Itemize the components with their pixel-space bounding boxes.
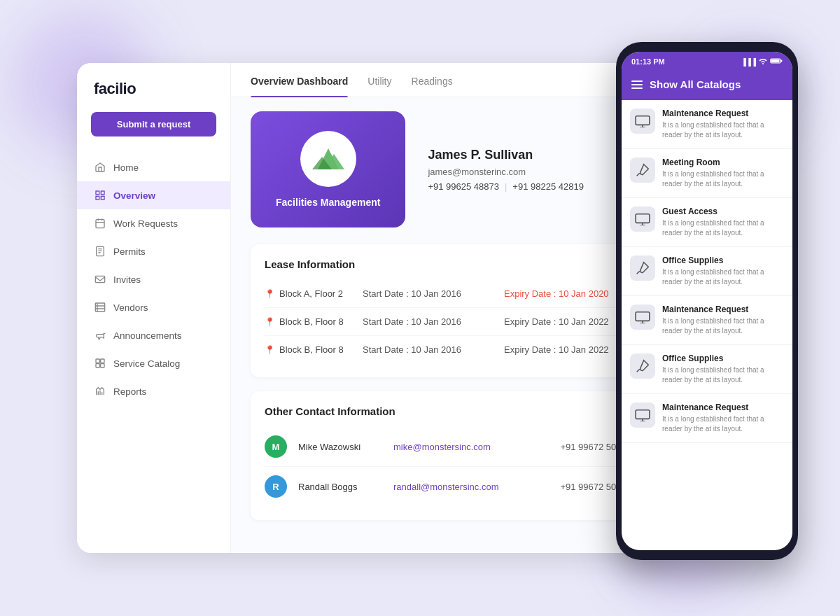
phone-catalog-item[interactable]: Maintenance Request It is a long establi…	[622, 100, 792, 149]
catalog-item-desc: It is a long established fact that a rea…	[662, 414, 784, 434]
catalog-item-desc: It is a long established fact that a rea…	[662, 316, 784, 336]
work-requests-icon	[94, 217, 106, 230]
phone-catalog-list[interactable]: Maintenance Request It is a long establi…	[622, 100, 792, 550]
announcements-icon	[94, 329, 106, 342]
tab-utility[interactable]: Utility	[368, 76, 391, 97]
sidebar-item-overview[interactable]: Overview	[77, 181, 230, 209]
lease-row: 📍 Block B, Floor 8 Start Date : 10 Jan 2…	[265, 336, 631, 363]
tabs: Overview Dashboard Utility Readings	[231, 63, 665, 97]
sidebar-item-vendors[interactable]: Vendors	[77, 293, 230, 321]
sidebar-item-reports[interactable]: Reports	[77, 377, 230, 405]
overview-icon	[94, 189, 106, 202]
phone-catalog-item[interactable]: Guest Access It is a long established fa…	[622, 198, 792, 247]
catalog-item-desc: It is a long established fact that a rea…	[662, 169, 784, 189]
phone-catalog-item[interactable]: Maintenance Request It is a long establi…	[622, 296, 792, 345]
catalog-item-title: Office Supplies	[662, 255, 784, 265]
contact-rows: M Mike Wazowski mike@monstersinc.com +91…	[265, 427, 631, 506]
catalog-item-icon	[630, 108, 655, 134]
catalog-item-text: Maintenance Request It is a long establi…	[662, 402, 784, 434]
service-catalog-icon	[94, 357, 106, 370]
svg-rect-21	[636, 312, 650, 321]
battery-icon	[770, 57, 783, 66]
catalog-item-desc: It is a long established fact that a rea…	[662, 267, 784, 287]
lease-rows: 📍 Block A, Floor 2 Start Date : 10 Jan 2…	[265, 280, 631, 363]
sidebar-item-permits-label: Permits	[113, 246, 146, 257]
phone-catalog-item[interactable]: Office Supplies It is a long established…	[622, 345, 792, 394]
contact-email: mike@monstersinc.com	[393, 442, 549, 452]
lease-location: 📍 Block B, Floor 8	[265, 344, 349, 355]
profile-phones: +91 99625 48873 | +91 98225 42819	[428, 181, 584, 192]
lease-location: 📍 Block A, Floor 2	[265, 288, 349, 299]
phone-header: Show All Catalogs	[622, 70, 792, 100]
svg-rect-6	[95, 276, 104, 282]
phone-header-title: Show All Catalogs	[650, 78, 741, 90]
sidebar-item-home[interactable]: Home	[77, 153, 230, 181]
svg-rect-3	[101, 196, 104, 200]
sidebar-item-service-catalog[interactable]: Service Catalog	[77, 349, 230, 377]
phone-status-icons: ▐▐▐	[741, 57, 783, 66]
phone-catalog-item[interactable]: Meeting Room It is a long established fa…	[622, 149, 792, 198]
svg-rect-8	[96, 359, 99, 363]
profile-email: james@monsterinc.com	[428, 167, 584, 177]
contacts-section-title: Other Contact Information	[265, 405, 631, 417]
catalog-item-icon	[630, 206, 655, 232]
submit-request-button[interactable]: Submit a request	[91, 112, 216, 136]
catalog-item-icon	[630, 255, 655, 281]
org-name: Facilities Management	[276, 197, 380, 208]
lease-expiry-date: Expiry Date : 10 Jan 2022	[504, 344, 631, 355]
contact-name: Mike Wazowski	[298, 442, 382, 452]
catalog-item-title: Office Supplies	[662, 354, 784, 363]
catalog-item-title: Guest Access	[662, 206, 784, 216]
svg-rect-7	[95, 303, 104, 312]
sidebar-item-announcements[interactable]: Announcements	[77, 321, 230, 349]
phone-time: 01:13 PM	[631, 57, 665, 66]
lease-start-date: Start Date : 10 Jan 2016	[363, 316, 490, 327]
contact-avatar: M	[265, 435, 287, 458]
catalog-item-icon	[630, 402, 655, 428]
svg-rect-2	[96, 196, 99, 200]
sidebar-item-invites[interactable]: Invites	[77, 265, 230, 293]
catalog-item-desc: It is a long established fact that a rea…	[662, 365, 784, 385]
tab-readings[interactable]: Readings	[412, 76, 453, 97]
profile-phone2: +91 98225 42819	[512, 181, 584, 192]
phone-divider: |	[505, 181, 507, 192]
content-scroll: Facilities Management James P. Sullivan …	[231, 97, 665, 553]
phone-catalog-item[interactable]: Office Supplies It is a long established…	[622, 247, 792, 296]
lease-location-text: Block A, Floor 2	[279, 288, 343, 299]
svg-rect-10	[96, 364, 99, 368]
catalog-item-title: Maintenance Request	[662, 402, 784, 412]
catalog-item-text: Maintenance Request It is a long establi…	[662, 108, 784, 140]
sidebar-item-overview-label: Overview	[113, 190, 155, 201]
lease-info-card: Lease Information 📍 Block A, Floor 2 Sta…	[251, 244, 645, 377]
svg-rect-4	[96, 220, 104, 228]
lease-row: 📍 Block B, Floor 8 Start Date : 10 Jan 2…	[265, 308, 631, 336]
sidebar-item-service-catalog-label: Service Catalog	[113, 358, 180, 369]
contacts-info-card: Other Contact Information M Mike Wazowsk…	[251, 391, 645, 520]
catalog-item-desc: It is a long established fact that a rea…	[662, 218, 784, 238]
contact-email: randall@monstersinc.com	[393, 482, 549, 492]
sidebar-item-work-requests[interactable]: Work Requests	[77, 209, 230, 237]
phone-catalog-item[interactable]: Maintenance Request It is a long establi…	[622, 394, 792, 443]
sidebar: facilio Submit a request Home	[77, 63, 231, 553]
hamburger-menu[interactable]	[631, 80, 643, 89]
svg-rect-22	[636, 410, 650, 419]
lease-expiry-date: Expiry Date : 10 Jan 2022	[504, 316, 631, 327]
lease-start-date: Start Date : 10 Jan 2016	[363, 288, 490, 299]
svg-rect-0	[96, 191, 99, 195]
tab-overview-dashboard[interactable]: Overview Dashboard	[251, 76, 348, 97]
svg-rect-11	[101, 364, 104, 368]
sidebar-item-vendors-label: Vendors	[113, 302, 148, 313]
catalog-item-icon	[630, 354, 655, 379]
phone-mockup: 01:13 PM ▐▐▐	[616, 42, 798, 560]
contact-avatar: R	[265, 475, 287, 498]
app-logo: facilio	[77, 80, 230, 112]
hamburger-line-3	[631, 88, 643, 89]
svg-rect-20	[636, 214, 650, 223]
svg-rect-9	[101, 359, 104, 363]
vendors-icon	[94, 301, 106, 314]
catalog-item-desc: It is a long established fact that a rea…	[662, 120, 784, 140]
contact-row: M Mike Wazowski mike@monstersinc.com +91…	[265, 427, 631, 467]
sidebar-item-permits[interactable]: Permits	[77, 237, 230, 265]
permits-icon	[94, 245, 106, 258]
pin-icon: 📍	[265, 317, 275, 327]
